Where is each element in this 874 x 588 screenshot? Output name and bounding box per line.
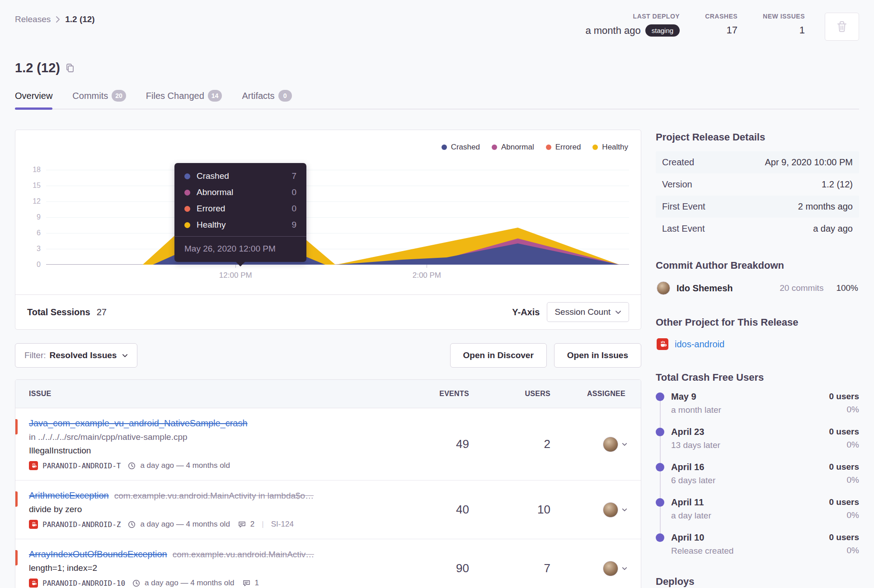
timeline-percent: 0%	[829, 405, 859, 415]
col-events: EVENTS	[406, 390, 474, 398]
tab-commits[interactable]: Commits 20	[72, 87, 126, 109]
tab-overview-label: Overview	[15, 91, 52, 101]
assignee-dropdown[interactable]	[555, 408, 641, 480]
chart-plot-area[interactable]	[46, 170, 629, 265]
resolved-marker	[15, 491, 18, 507]
chart-footer: Total Sessions 27 Y-Axis Session Count	[15, 294, 641, 329]
timeline-users: 0 users	[829, 497, 859, 507]
x-tick-2pm: 2:00 PM	[413, 271, 441, 280]
trash-icon	[836, 20, 848, 33]
issues-table: ISSUE EVENTS USERS ASSIGNEE Java_com_exa…	[15, 379, 641, 588]
chevron-right-icon	[55, 15, 61, 23]
crashes-value: 17	[705, 24, 738, 36]
tab-overview[interactable]: Overview	[15, 87, 52, 109]
timeline-date: April 10	[671, 532, 733, 543]
crash-free-section: Total Crash Free Users May 9 a month lat…	[656, 372, 859, 556]
tooltip-abnormal-dot-icon	[184, 190, 190, 196]
chart-x-axis: 12:00 PM 2:00 PM	[46, 265, 629, 285]
issues-table-header: ISSUE EVENTS USERS ASSIGNEE	[15, 380, 641, 408]
tooltip-crashed-dot-icon	[184, 173, 190, 179]
assignee-dropdown[interactable]	[555, 481, 641, 539]
release-details-section: Project Release Details Created Apr 9, 2…	[656, 131, 859, 240]
tab-artifacts-count: 0	[278, 90, 292, 102]
stat-new-issues: NEW ISSUES 1	[763, 13, 805, 36]
detail-row-last-event: Last Event a day ago	[656, 218, 859, 240]
detail-row-first-event: First Event 2 months ago	[656, 196, 859, 218]
col-users: USERS	[474, 390, 555, 398]
chart-legend: Crashed Abnormal Errored Healthy	[442, 143, 628, 152]
tooltip-errored-dot-icon	[184, 206, 190, 212]
tooltip-crashed-value: 7	[291, 171, 296, 181]
legend-abnormal-label: Abnormal	[501, 143, 534, 152]
project-slug[interactable]: PARANOID-ANDROID-Z	[42, 520, 121, 529]
new-issues-label: NEW ISSUES	[763, 13, 805, 20]
timeline-entry: April 16 6 days later 0 users 0%	[671, 462, 859, 485]
sessions-chart-card: Crashed Abnormal Errored Healthy	[15, 130, 641, 330]
legend-healthy[interactable]: Healthy	[592, 143, 628, 152]
timeline-sub: Release created	[671, 546, 733, 556]
assignee-avatar	[603, 502, 618, 518]
author-percent: 100%	[836, 283, 858, 293]
timeline-percent: 0%	[829, 440, 859, 450]
new-issues-value: 1	[763, 24, 805, 36]
chart-tooltip: Crashed 7 Abnormal 0 Errored 0	[174, 163, 306, 262]
chevron-down-icon	[122, 354, 128, 358]
copy-icon[interactable]	[66, 63, 75, 73]
tab-files-changed[interactable]: Files Changed 14	[146, 87, 222, 109]
other-project-link[interactable]: idos-android	[675, 339, 724, 350]
issue-title-link[interactable]: Java_com_example_vu_android_NativeSample…	[29, 418, 248, 429]
legend-errored[interactable]: Errored	[546, 143, 581, 152]
timeline-users: 0 users	[829, 427, 859, 437]
resolved-marker	[15, 550, 18, 565]
assignee-dropdown[interactable]	[555, 539, 641, 588]
tab-artifacts[interactable]: Artifacts 0	[242, 87, 291, 109]
page-title: 1.2 (12)	[15, 61, 60, 75]
tooltip-crashed-label: Crashed	[197, 171, 291, 181]
timeline-entry: April 11 a day later 0 users 0%	[671, 497, 859, 521]
stat-last-deploy: LAST DEPLOY a month ago staging	[585, 13, 680, 37]
commit-author-section: Commit Author Breakdown Ido Shemesh 20 c…	[656, 260, 859, 297]
open-in-issues-button[interactable]: Open in Issues	[554, 343, 641, 368]
legend-crashed[interactable]: Crashed	[442, 143, 480, 152]
detail-label: Last Event	[662, 224, 705, 234]
yaxis-select[interactable]: Session Count	[547, 302, 629, 322]
issue-culprit: in ../../../../src/main/cpp/native-sampl…	[29, 432, 398, 442]
detail-label: First Event	[662, 201, 705, 212]
issue-title-link[interactable]: ArrayIndexOutOfBoundsException	[29, 549, 167, 560]
legend-healthy-label: Healthy	[602, 143, 628, 152]
issue-row-1: Java_com_example_vu_android_NativeSample…	[15, 408, 641, 481]
yaxis-label: Y-Axis	[512, 307, 540, 317]
timeline-users: 0 users	[829, 462, 859, 472]
detail-value: a day ago	[813, 224, 853, 234]
open-in-discover-button[interactable]: Open in Discover	[450, 343, 547, 368]
issue-row-2: ArithmeticException com.example.vu.andro…	[15, 481, 641, 539]
crash-free-timeline: May 9 a month later 0 users 0% April 23 …	[656, 392, 859, 556]
total-sessions-label: Total Sessions	[27, 307, 90, 317]
java-project-icon	[29, 579, 38, 588]
tooltip-abnormal-label: Abnormal	[197, 187, 291, 197]
issue-message: length=1; index=2	[29, 563, 398, 573]
legend-crashed-label: Crashed	[451, 143, 480, 152]
filter-dropdown[interactable]: Filter: Resolved Issues	[15, 343, 137, 368]
project-slug[interactable]: PARANOID-ANDROID-T	[42, 462, 121, 470]
breadcrumb-releases-link[interactable]: Releases	[15, 14, 51, 24]
timeline-entry: April 23 13 days later 0 users 0%	[671, 427, 859, 450]
events-count: 90	[406, 539, 474, 588]
deploys-title: Deploys	[656, 576, 859, 588]
comments-count: 1	[255, 579, 259, 588]
project-slug[interactable]: PARANOID-ANDROID-10	[42, 579, 125, 588]
comments-count: 2	[250, 520, 254, 529]
col-issue: ISSUE	[15, 390, 406, 398]
delete-release-button[interactable]	[825, 13, 859, 41]
events-count: 40	[406, 481, 474, 539]
author-commit-count: 20 commits	[780, 283, 823, 293]
users-count: 7	[474, 539, 555, 588]
breadcrumb: Releases 1.2 (12)	[15, 13, 95, 24]
stat-crashes: CRASHES 17	[705, 13, 738, 36]
header-stats: LAST DEPLOY a month ago staging CRASHES …	[585, 13, 859, 41]
issue-title-link[interactable]: ArithmeticException	[29, 490, 109, 501]
tab-files-changed-count: 14	[208, 90, 222, 102]
author-avatar	[657, 281, 670, 295]
issues-toolbar: Filter: Resolved Issues Open in Discover…	[15, 343, 641, 368]
legend-abnormal[interactable]: Abnormal	[492, 143, 534, 152]
